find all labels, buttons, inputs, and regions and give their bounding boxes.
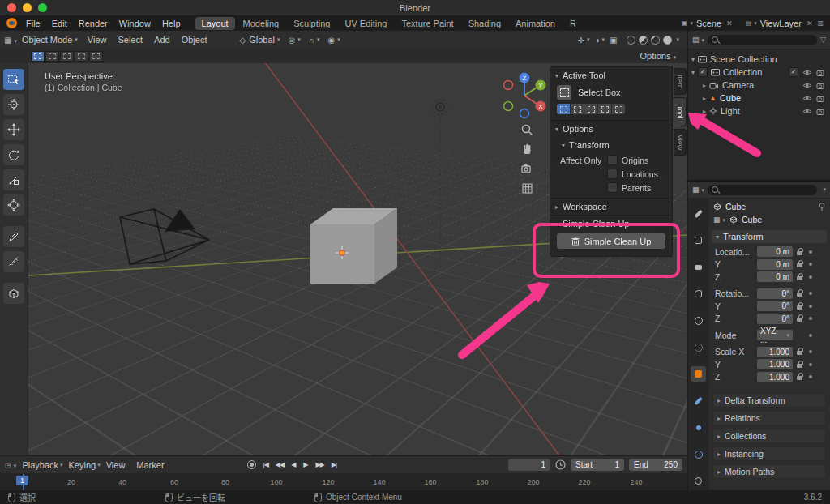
scale-x-field[interactable]: 1.000 [757,347,793,357]
outliner-row-cube[interactable]: ▸ ▲ Cube [688,92,830,105]
workspace-tab-modeling[interactable]: Modeling [237,17,286,30]
tab-physics-icon[interactable] [691,446,706,462]
menu-marker[interactable]: Marker [130,460,169,470]
hide-eye-icon[interactable] [802,95,812,102]
workspace-tab-texture-paint[interactable]: Texture Paint [395,17,460,30]
tab-particles-icon[interactable] [691,420,706,435]
workspace-tab-shading[interactable]: Shading [462,17,507,30]
menu-keying[interactable]: Keying [63,460,102,470]
animate-dot[interactable] [809,317,812,320]
shading-material-icon[interactable] [651,36,660,45]
tool-measure[interactable] [3,251,24,272]
sidebar-tab-item[interactable]: Item [674,68,687,95]
outliner-row-camera[interactable]: ▸ Camera [688,79,830,92]
select-box-tool-icon[interactable] [557,85,571,100]
animate-dot[interactable] [809,263,812,266]
lock-icon[interactable] [797,248,803,256]
tab-constraints-icon[interactable] [691,473,706,489]
transform-subheader[interactable]: ▾Transform [550,137,672,153]
prev-keyframe-icon[interactable]: ◀◀ [276,461,284,468]
menu-object[interactable]: Object [176,35,213,45]
tool-annotate[interactable] [3,226,24,247]
outliner-editor-icon[interactable]: ▤▾ [692,36,704,44]
lock-icon[interactable] [797,361,803,369]
select-mode-new-icon[interactable] [31,51,45,62]
rotation-z-field[interactable]: 0° [757,314,793,324]
simple-cleanup-header[interactable]: ▾Simple Clean Up [550,216,672,232]
scene-selector[interactable]: Scene [696,19,721,28]
outliner-row-collection[interactable]: ▾ ✓ Collection ✓ [688,66,830,79]
shading-rendered-icon[interactable] [663,36,672,45]
outliner-row-light[interactable]: ▸ Light [688,105,830,117]
select-mode-subtract-icon[interactable] [60,51,74,62]
section-delta-transform[interactable]: ▸Delta Transform [712,393,826,408]
tool-select-box[interactable] [3,69,24,90]
play-icon[interactable]: ▶ [303,461,308,468]
jump-to-end-icon[interactable]: ▶| [332,461,336,468]
lock-icon[interactable] [797,260,803,268]
jump-to-start-icon[interactable]: |◀ [263,461,268,468]
browse-scene-icon[interactable]: ▣▾ [682,19,693,27]
shading-wireframe-icon[interactable] [627,36,635,45]
xray-icon[interactable]: ▣ [610,36,617,45]
lock-icon[interactable] [797,314,803,322]
lock-icon[interactable] [797,373,803,381]
options-dropdown[interactable]: Options▾ [640,51,676,61]
workspace-header[interactable]: ▸Workspace [550,199,672,215]
menu-help[interactable]: Help [156,19,186,28]
section-motion-paths[interactable]: ▸Motion Paths [712,464,826,479]
sidebar-tab-view[interactable]: View [674,129,687,156]
viewlayer-icon[interactable]: ▤▾ [746,19,757,27]
locations-checkbox[interactable] [607,169,618,179]
rotation-mode-dropdown[interactable]: XYZ ...▾ [757,330,793,340]
tool-transform[interactable] [3,194,24,216]
pin-icon[interactable] [819,203,825,211]
outliner-row-scene-collection[interactable]: ▾ Scene Collection [688,53,830,66]
scale-z-field[interactable]: 1.000 [757,372,793,382]
end-frame-field[interactable]: End250 [629,459,682,471]
workspace-tab-rendering[interactable]: Rendering [563,17,575,30]
tab-scene-icon[interactable] [691,313,706,328]
lock-icon[interactable] [797,273,803,281]
section-instancing[interactable]: ▸Instancing [712,446,826,461]
select-mode-invert-icon[interactable] [75,51,88,62]
tool-move[interactable] [3,119,24,140]
properties-editor-icon[interactable]: ▦▾ [692,186,704,194]
menu-render[interactable]: Render [73,19,113,28]
clock-icon[interactable] [555,459,566,470]
animate-dot[interactable] [809,250,812,254]
section-collections[interactable]: ▸Collections [712,429,826,443]
active-tool-header[interactable]: ▾Active Tool [550,67,672,83]
snap-dropdown[interactable]: ∩▾ [305,36,324,45]
record-icon[interactable] [247,460,256,469]
navigation-gizmo[interactable]: X Y Z [498,70,550,122]
scale-y-field[interactable]: 1.000 [757,359,793,369]
menu-view-timeline[interactable]: View [101,460,131,470]
collection-checkbox[interactable]: ✓ [698,67,708,77]
simple-cleanup-button[interactable]: Simple Clean Up [557,233,665,249]
outliner-search-input[interactable] [708,35,817,45]
sidebar-tab-tool[interactable]: Tool [674,97,687,126]
pan-hand-icon[interactable] [520,143,534,156]
animate-dot[interactable] [809,292,812,295]
tab-object-icon[interactable] [691,366,706,382]
menu-file[interactable]: File [20,19,46,28]
location-x-field[interactable]: 0 m [757,246,793,257]
start-frame-field[interactable]: Start1 [571,459,624,471]
orientation-dropdown[interactable]: ◇ Global▾ [235,35,284,45]
hide-eye-icon[interactable] [802,69,812,76]
tool-scale[interactable] [3,169,24,190]
viewlayer-selector[interactable]: ViewLayer [760,19,802,28]
menu-select[interactable]: Select [113,35,149,45]
show-gizmo-icon[interactable]: ✛ [578,36,584,45]
zoom-window-button[interactable] [38,3,47,12]
hide-eye-icon[interactable] [802,82,812,89]
cube-object[interactable] [304,201,405,294]
menu-window[interactable]: Window [113,19,156,28]
workspace-tab-sculpting[interactable]: Sculpting [287,17,336,30]
next-keyframe-icon[interactable]: ▶▶ [315,461,323,468]
tool-add-cube[interactable] [3,283,24,304]
current-frame-badge[interactable]: 1 [16,476,28,485]
play-reverse-icon[interactable]: ◀ [291,461,296,468]
collection-exclude-checkbox[interactable]: ✓ [789,67,798,77]
